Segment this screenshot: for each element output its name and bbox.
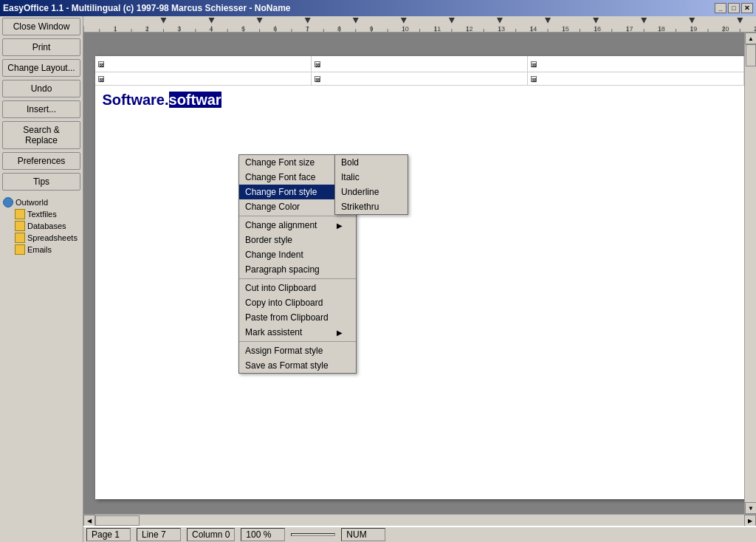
folder-icon-spreadsheets	[15, 233, 25, 243]
ctx-sep-1	[239, 216, 356, 216]
status-line: Line 7	[137, 528, 181, 541]
hscroll-thumb[interactable]	[95, 515, 140, 526]
ctx-strikethru[interactable]: Strikethru	[335, 199, 408, 214]
status-bar: Page 1 Line 7 Column 0 100 % NUM	[83, 526, 756, 542]
folder-icon-databases	[15, 221, 25, 231]
header-cell-3: ⊠	[528, 56, 744, 72]
submenu-arrow-mark: ▶	[337, 329, 343, 337]
ctx-cut-clipboard[interactable]: Cut into Clipboard	[239, 281, 356, 295]
doc-header-row: ⊠ ⊠ ⊠	[95, 56, 745, 72]
title-bar-buttons: _ □ ✕	[715, 3, 753, 13]
scroll-down-button[interactable]: ▼	[745, 502, 756, 514]
ctx-bold[interactable]: Bold	[335, 155, 408, 170]
ctx-change-alignment[interactable]: Change alignment ▶	[239, 218, 356, 233]
folder-icon-textfiles	[15, 209, 25, 219]
document-page: ⊠ ⊠ ⊠ ⊠ ⊠ ⊠	[95, 56, 745, 499]
title-bar: EasyOffice 1.1 - Multilingual (c) 1997-9…	[0, 0, 756, 16]
scroll-thumb[interactable]	[746, 44, 756, 66]
ctx-sep-2	[239, 278, 356, 279]
maximize-button[interactable]: □	[728, 3, 740, 13]
tree-spreadsheets-label: Spreadsheets	[27, 233, 78, 242]
tree-textfiles-label: Textfiles	[27, 210, 57, 219]
status-num: NUM	[341, 528, 385, 541]
doc-top-band	[83, 32, 744, 49]
ctx-save-format[interactable]: Save as Format style	[239, 358, 356, 373]
ctx-italic[interactable]: Italic	[335, 170, 408, 185]
cell-marker-tr: ⊠	[531, 61, 537, 67]
ctx-paragraph-spacing[interactable]: Paragraph spacing	[239, 262, 356, 277]
ctx-sep-3	[239, 341, 356, 342]
ctx-mark-assistent[interactable]: Mark assistent ▶	[239, 325, 356, 340]
print-button[interactable]: Print	[2, 38, 80, 56]
insert-button[interactable]: Insert...	[2, 100, 80, 118]
minimize-button[interactable]: _	[715, 3, 726, 13]
status-zoom: 100 %	[241, 528, 285, 541]
tree-spreadsheets[interactable]: Spreadsheets	[13, 232, 81, 244]
close-window-button[interactable]: Close Window	[2, 18, 80, 35]
tree-emails-label: Emails	[27, 245, 52, 254]
scroll-track[interactable]	[745, 44, 756, 502]
tree-databases[interactable]: Databases	[13, 220, 81, 232]
tree-textfiles[interactable]: Textfiles	[13, 208, 81, 220]
cell-marker-tl: ⊠	[98, 61, 104, 67]
cell-marker-br: ⊠	[531, 76, 537, 82]
main-layout: Close Window Print Change Layout... Undo…	[0, 16, 756, 542]
vertical-scrollbar: ▲ ▼	[744, 32, 756, 514]
submenu-arrow-alignment: ▶	[337, 222, 343, 230]
horizontal-scrollbar: ◀ ▶	[83, 514, 756, 526]
ctx-border-style[interactable]: Border style	[239, 233, 356, 247]
doc-header-row2: ⊠ ⊠ ⊠	[95, 72, 745, 86]
cell-marker-bm: ⊠	[315, 76, 320, 82]
ruler	[83, 16, 756, 32]
close-button[interactable]: ✕	[741, 3, 753, 13]
change-layout-button[interactable]: Change Layout...	[2, 59, 80, 77]
search-replace-button[interactable]: Search & Replace	[2, 121, 80, 149]
header-cell2-3: ⊠	[528, 72, 744, 85]
nav-tree: Outworld Textfiles Databases Spreadsheet…	[0, 195, 83, 257]
tree-emails[interactable]: Emails	[13, 244, 81, 255]
ctx-change-indent[interactable]: Change Indent	[239, 247, 356, 262]
cell-marker-bl: ⊠	[98, 76, 104, 82]
hscroll-track[interactable]	[95, 515, 744, 526]
ctx-paste-clipboard[interactable]: Paste from Clipboard	[239, 310, 356, 325]
submenu-font-style: Bold Italic Underline Strikethru	[334, 154, 408, 215]
hscroll-right-button[interactable]: ▶	[744, 515, 756, 526]
tree-root[interactable]: Outworld	[1, 196, 81, 208]
header-cell-2: ⊠	[312, 56, 528, 72]
tree-root-label: Outworld	[16, 198, 48, 207]
ctx-copy-clipboard[interactable]: Copy into Clipboard	[239, 295, 356, 310]
status-column: Column 0	[187, 528, 235, 541]
content-area: ⊠ ⊠ ⊠ ⊠ ⊠ ⊠	[83, 16, 756, 542]
document-scroll-area[interactable]: ⊠ ⊠ ⊠ ⊠ ⊠ ⊠	[83, 32, 756, 526]
document-text: Software.softwar	[95, 86, 745, 114]
hscroll-left-button[interactable]: ◀	[83, 515, 95, 526]
cell-marker-tm: ⊠	[315, 61, 320, 67]
tree-databases-label: Databases	[27, 222, 66, 230]
ctx-assign-format[interactable]: Assign Format style	[239, 343, 356, 358]
header-cell2-1: ⊠	[95, 72, 312, 85]
header-cell2-2: ⊠	[312, 72, 528, 85]
globe-icon	[3, 197, 13, 207]
ruler-canvas	[83, 16, 756, 32]
doc-text-selected: softwar	[169, 92, 221, 108]
folder-icon-emails	[15, 244, 25, 255]
scroll-up-button[interactable]: ▲	[745, 32, 756, 44]
sidebar: Close Window Print Change Layout... Undo…	[0, 16, 83, 542]
status-mode	[291, 533, 335, 536]
header-cell-1: ⊠	[95, 56, 312, 72]
undo-button[interactable]: Undo	[2, 80, 80, 97]
ctx-underline[interactable]: Underline	[335, 185, 408, 199]
app-title: EasyOffice 1.1 - Multilingual (c) 1997-9…	[3, 3, 290, 13]
doc-text-normal: Software.	[103, 92, 169, 108]
preferences-button[interactable]: Preferences	[2, 152, 80, 170]
status-page: Page 1	[86, 528, 131, 541]
tips-button[interactable]: Tips	[2, 173, 80, 191]
